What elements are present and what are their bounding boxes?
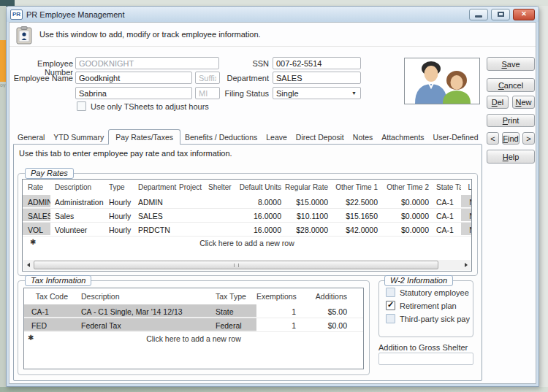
column-header[interactable]: Tax Code xyxy=(24,292,72,301)
table-row[interactable]: ADMIN Administration Hourly ADMIN 8.0000… xyxy=(23,195,471,209)
third-party-sick-pay-checkbox[interactable] xyxy=(386,314,395,323)
print-button[interactable]: Print xyxy=(487,114,535,127)
pay-rates-horizontal-scrollbar[interactable] xyxy=(23,260,471,270)
title-bar[interactable]: PR PR Employee Management ✕ xyxy=(7,7,539,22)
cell[interactable]: 16.0000 xyxy=(239,223,284,236)
column-header[interactable]: Default Units xyxy=(239,183,284,191)
column-header[interactable]: Lo xyxy=(461,183,472,191)
cell[interactable]: $0.0000 xyxy=(381,195,432,208)
ssn-field[interactable] xyxy=(273,57,361,69)
tab-user-defined[interactable]: User-Defined xyxy=(429,131,482,145)
cell[interactable]: FED xyxy=(24,318,72,331)
cell[interactable]: CA-1 xyxy=(24,304,72,318)
cell[interactable]: 1 xyxy=(256,318,299,331)
column-header[interactable]: Description xyxy=(72,292,213,301)
cell[interactable] xyxy=(207,209,239,222)
cell[interactable]: ADMIN xyxy=(23,195,50,208)
cell[interactable]: Federal Tax xyxy=(72,318,213,331)
cell[interactable]: Hourly xyxy=(107,223,137,236)
tab-pay-rates-taxes[interactable]: Pay Rates/Taxes xyxy=(108,129,180,145)
cell[interactable]: 16.0000 xyxy=(239,209,284,222)
scroll-left-icon[interactable] xyxy=(23,260,33,270)
table-row[interactable]: CA-1 CA - C1 Single, Mar '14 12/13 State… xyxy=(24,304,363,318)
cell[interactable] xyxy=(207,195,239,208)
tab-general[interactable]: General xyxy=(13,131,49,145)
cell[interactable] xyxy=(178,223,207,236)
column-header[interactable]: Other Time 1 xyxy=(331,183,381,191)
column-header[interactable]: Type xyxy=(107,183,137,191)
cell[interactable]: ADMIN xyxy=(137,195,178,208)
column-header[interactable]: Regular Rate xyxy=(284,183,331,191)
tsheets-checkbox[interactable] xyxy=(77,101,86,111)
cell[interactable]: $10.1100 xyxy=(284,209,331,222)
cell[interactable]: CA-1 xyxy=(432,195,461,208)
cell[interactable]: N xyxy=(461,195,472,208)
column-header[interactable]: Additions xyxy=(299,292,350,301)
cell[interactable]: CA-1 xyxy=(432,209,461,222)
delete-button[interactable]: Del xyxy=(487,96,509,109)
next-record-button[interactable]: > xyxy=(522,132,535,145)
cell[interactable]: State xyxy=(213,304,256,318)
cell[interactable]: SALES xyxy=(23,209,50,222)
cell[interactable]: 8.0000 xyxy=(239,195,284,208)
retirement-plan-checkbox[interactable]: ✓ xyxy=(386,301,395,310)
cell[interactable]: $15.1650 xyxy=(331,209,381,222)
new-button[interactable]: New xyxy=(512,96,535,109)
column-header[interactable]: Description xyxy=(50,183,107,191)
filing-status-combobox[interactable]: Single ▼ xyxy=(273,87,361,99)
column-header[interactable]: Department xyxy=(137,183,178,191)
cell[interactable]: CA - C1 Single, Mar '14 12/13 xyxy=(72,304,213,318)
column-header[interactable]: Other Time 2 xyxy=(381,183,432,191)
tax-add-row[interactable]: ✱ Click here to add a new row xyxy=(24,332,363,345)
table-row[interactable]: FED Federal Tax Federal 1 $0.00 xyxy=(24,318,363,332)
close-button[interactable]: ✕ xyxy=(513,9,535,20)
tab-attachments[interactable]: Attachments xyxy=(377,131,428,145)
help-button[interactable]: Help xyxy=(487,150,535,164)
statutory-employee-checkbox[interactable] xyxy=(386,288,395,297)
cell[interactable]: $0.0000 xyxy=(381,223,432,236)
save-button[interactable]: Save xyxy=(487,57,535,71)
tab-benefits-deductions[interactable]: Benefits / Deductions xyxy=(180,131,262,145)
table-row[interactable]: VOL Volunteer Hourly PRDCTN 16.0000 $28.… xyxy=(23,223,471,237)
tab-leave[interactable]: Leave xyxy=(262,131,292,145)
cell[interactable]: $5.00 xyxy=(299,304,350,318)
gross-shelter-field[interactable] xyxy=(378,353,473,365)
cancel-button[interactable]: Cancel xyxy=(487,78,535,92)
cell[interactable]: $15.0000 xyxy=(284,195,331,208)
previous-record-button[interactable]: < xyxy=(487,132,499,145)
cell[interactable]: $0.00 xyxy=(299,318,350,331)
column-header[interactable]: Tax Type xyxy=(213,292,256,301)
last-name-field[interactable] xyxy=(75,72,192,84)
cell[interactable]: SALES xyxy=(137,209,178,222)
cell[interactable]: Hourly xyxy=(107,209,137,222)
employee-number-field[interactable] xyxy=(75,57,219,69)
tab-direct-deposit[interactable]: Direct Deposit xyxy=(292,131,349,145)
minimize-button[interactable] xyxy=(469,9,488,20)
cell[interactable]: $28.0000 xyxy=(284,223,331,236)
maximize-button[interactable] xyxy=(491,9,510,20)
department-field[interactable] xyxy=(273,72,361,84)
scroll-right-icon[interactable] xyxy=(461,260,471,270)
column-header[interactable]: Shelter xyxy=(207,183,239,191)
table-row[interactable]: SALES Sales Hourly SALES 16.0000 $10.110… xyxy=(23,209,471,223)
scrollbar-thumb[interactable] xyxy=(34,261,438,269)
cell[interactable]: VOL xyxy=(23,223,50,236)
cell[interactable]: $0.0000 xyxy=(381,209,432,222)
cell[interactable] xyxy=(207,223,239,236)
cell[interactable]: Volunteer xyxy=(50,223,107,236)
tab-ytd-summary[interactable]: YTD Summary xyxy=(49,131,108,145)
cell[interactable] xyxy=(178,195,207,208)
cell[interactable] xyxy=(178,209,207,222)
cell[interactable]: Administration xyxy=(50,195,107,208)
cell[interactable]: Hourly xyxy=(107,195,137,208)
cell[interactable]: Federal xyxy=(213,318,256,331)
cell[interactable]: $22.5000 xyxy=(331,195,381,208)
column-header[interactable]: Project xyxy=(178,183,207,191)
column-header[interactable]: Exemptions xyxy=(256,292,299,301)
cell[interactable]: N xyxy=(461,209,472,222)
cell[interactable]: N xyxy=(461,223,472,236)
cell[interactable]: $42.0000 xyxy=(331,223,381,236)
pay-rates-add-row[interactable]: ✱ Click here to add a new row xyxy=(23,237,471,249)
cell[interactable]: PRDCTN xyxy=(137,223,178,236)
column-header[interactable]: Rate xyxy=(23,183,50,191)
